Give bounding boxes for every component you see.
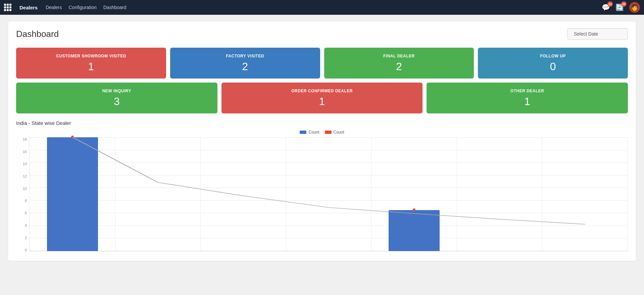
- y-label-14: 14: [16, 162, 27, 166]
- bar-group-7: [542, 137, 628, 251]
- stat-label-final-dealer: FINAL DEALER: [383, 54, 415, 58]
- legend-red: Count: [325, 130, 344, 135]
- top-navigation: Dealers Dealers Configuration Dashboard …: [0, 0, 644, 15]
- legend-red-swatch: [325, 131, 332, 134]
- stat-card-followup[interactable]: FOLLOW UP 0: [478, 48, 628, 79]
- stat-label-showroom: CUSTOMER SHOWROOM VISITED: [56, 54, 126, 58]
- y-label-10: 10: [16, 187, 27, 191]
- stat-label-factory: FACTORY VISITED: [226, 54, 264, 58]
- nav-link-configuration[interactable]: Configuration: [68, 5, 96, 10]
- bar-group-6: [457, 137, 543, 251]
- stat-row-2: NEW INQUIRY 3 Order Confirmed dealer 1 O…: [16, 83, 628, 113]
- brand-label: Dealers: [19, 5, 38, 10]
- bar-1-blue: [47, 137, 98, 251]
- y-axis-labels: 0 2 4 6 8 10 12 14 16 18: [16, 137, 27, 253]
- bar-group-5: [371, 137, 457, 251]
- notification-icon-button[interactable]: 🔄 28: [615, 3, 624, 11]
- dashboard-card: Dashboard Select Date CUSTOMER SHOWROOM …: [8, 21, 636, 261]
- date-select-button[interactable]: Select Date: [567, 28, 628, 40]
- y-label-8: 8: [16, 199, 27, 203]
- dashboard-header: Dashboard Select Date: [16, 28, 628, 40]
- stat-value-order-confirmed: 1: [319, 96, 325, 107]
- bar-1-red-dot: [71, 136, 74, 138]
- stat-card-final-dealer[interactable]: FINAL DEALER 2: [324, 48, 474, 79]
- stat-card-other-dealer[interactable]: Other dealer 1: [427, 83, 628, 113]
- y-label-4: 4: [16, 224, 27, 228]
- nav-link-dealers[interactable]: Dealers: [46, 5, 62, 10]
- chart-section: India - State wise Dealer Count Count 0 …: [16, 120, 628, 253]
- topnav-right: 💬 12 🔄 28 🧑: [602, 2, 640, 13]
- legend-red-label: Count: [334, 130, 344, 135]
- bars-area: [30, 137, 628, 251]
- stat-card-new-inquiry[interactable]: NEW INQUIRY 3: [16, 83, 217, 113]
- stat-value-factory: 2: [242, 61, 248, 72]
- legend-blue-swatch: [300, 131, 306, 134]
- stat-value-final-dealer: 2: [396, 61, 402, 72]
- chart-area-wrapper: 0 2 4 6 8 10 12 14 16 18: [16, 137, 628, 253]
- stat-card-factory[interactable]: FACTORY VISITED 2: [170, 48, 320, 79]
- y-label-12: 12: [16, 174, 27, 178]
- stat-label-followup: FOLLOW UP: [540, 54, 566, 58]
- stat-label-order-confirmed: Order Confirmed dealer: [291, 89, 353, 93]
- y-label-16: 16: [16, 150, 27, 154]
- stat-card-showroom[interactable]: CUSTOMER SHOWROOM VISITED 1: [16, 48, 166, 79]
- grid-menu-icon[interactable]: [4, 4, 11, 11]
- chart-plot: [30, 137, 628, 251]
- page-title: Dashboard: [16, 29, 59, 39]
- y-label-0: 0: [16, 248, 27, 252]
- chat-badge: 12: [607, 1, 613, 7]
- stat-value-showroom: 1: [88, 61, 94, 72]
- main-wrapper: Dashboard Select Date CUSTOMER SHOWROOM …: [0, 15, 644, 267]
- legend-blue-label: Count: [308, 130, 319, 135]
- bar-5-red-dot: [413, 208, 415, 211]
- bar-group-2: [115, 137, 201, 251]
- y-label-2: 2: [16, 236, 27, 240]
- notif-badge: 28: [621, 1, 627, 7]
- chat-icon-button[interactable]: 💬 12: [602, 3, 610, 11]
- stat-value-other-dealer: 1: [524, 96, 530, 107]
- stat-row-1: CUSTOMER SHOWROOM VISITED 1 FACTORY VISI…: [16, 48, 628, 79]
- chart-title: India - State wise Dealer: [16, 120, 628, 126]
- stat-value-new-inquiry: 3: [114, 96, 120, 107]
- stat-label-other-dealer: Other dealer: [510, 89, 544, 93]
- y-label-18: 18: [16, 137, 27, 141]
- nav-links: Dealers Configuration Dashboard: [46, 5, 594, 10]
- legend-blue: Count: [300, 130, 319, 135]
- user-avatar[interactable]: 🧑: [629, 2, 640, 13]
- bar-group-4: [286, 137, 372, 251]
- nav-link-dashboard[interactable]: Dashboard: [103, 5, 127, 10]
- bar-group-1: [30, 137, 115, 251]
- avatar-icon: 🧑: [631, 4, 638, 11]
- y-label-6: 6: [16, 211, 27, 215]
- stat-card-order-confirmed[interactable]: Order Confirmed dealer 1: [221, 83, 423, 113]
- bar-group-3: [201, 137, 286, 251]
- stat-label-new-inquiry: NEW INQUIRY: [102, 89, 131, 93]
- stat-value-followup: 0: [550, 61, 556, 72]
- bar-5-blue: [389, 210, 440, 251]
- chart-legend: Count Count: [16, 130, 628, 135]
